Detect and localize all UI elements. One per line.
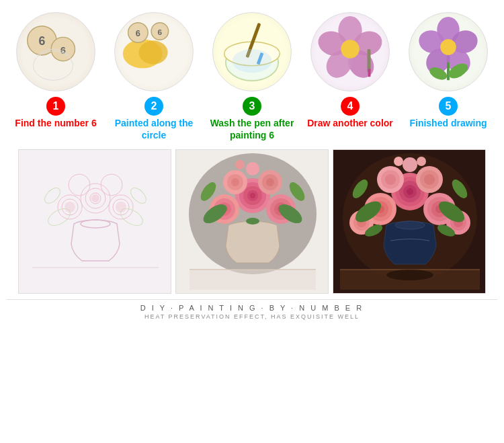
step-2-text: Painted along the circle (111, 117, 197, 141)
paintings-row (7, 149, 497, 294)
step-3-num-circle: 3 (243, 97, 261, 116)
svg-rect-83 (190, 270, 316, 290)
step-1-label: 1 Find the number 6 (13, 97, 99, 141)
svg-text:6: 6 (38, 34, 45, 48)
step-2-label: 2 Painted along the circle (111, 97, 197, 141)
svg-point-75 (246, 162, 259, 175)
svg-point-123 (386, 270, 433, 280)
circles-row: 6 6 6 6 (13, 12, 491, 91)
step-5-item (405, 12, 491, 91)
step-3-label: 3 Wash the pen after painting 6 (209, 97, 295, 141)
step-1-num-circle: 1 (46, 97, 65, 116)
footer-bar: D I Y · P A I N T I N G · B Y · N U M B … (7, 299, 497, 325)
step-2-item: 6 6 (111, 12, 197, 91)
svg-rect-25 (368, 69, 371, 77)
svg-rect-35 (19, 150, 171, 294)
step-3-number: 3 (243, 97, 261, 116)
steps-section: 6 6 6 6 (0, 0, 504, 149)
step-3-circle (212, 12, 292, 91)
step-labels-row: 1 Find the number 6 2 Painted along the … (13, 97, 491, 141)
step-1-number: 1 (46, 97, 65, 116)
svg-point-17 (233, 49, 272, 73)
svg-point-91 (407, 188, 413, 195)
svg-point-102 (385, 174, 396, 185)
svg-point-51 (91, 194, 99, 202)
finished-painting (333, 149, 486, 294)
svg-point-114 (417, 157, 426, 166)
step-2-num-circle: 2 (144, 97, 163, 116)
step-4-number: 4 (341, 97, 360, 116)
svg-point-71 (231, 178, 239, 186)
svg-point-81 (246, 218, 259, 225)
step-2-circle: 6 6 (114, 12, 194, 91)
svg-rect-24 (368, 49, 371, 72)
svg-point-105 (424, 174, 435, 185)
svg-point-112 (403, 157, 417, 172)
svg-point-86 (395, 221, 425, 229)
step-4-label: 4 Draw another color (307, 97, 393, 141)
svg-point-23 (341, 40, 360, 58)
step-4-num-circle: 4 (341, 97, 360, 116)
footer-line2: HEAT PRESERVATION EFFECT, HAS EXQUISITE … (144, 313, 360, 320)
step-1-item: 6 6 (13, 12, 99, 91)
svg-point-76 (235, 160, 245, 169)
svg-point-113 (394, 157, 403, 166)
svg-point-6 (138, 40, 167, 64)
step-5-num-circle: 5 (439, 97, 458, 116)
step-3-item (209, 12, 295, 91)
svg-point-74 (266, 178, 274, 186)
sketch-painting (18, 149, 171, 294)
step-4-circle (310, 12, 390, 91)
svg-point-31 (440, 39, 456, 55)
step-5-number: 5 (439, 97, 458, 116)
svg-point-60 (250, 193, 255, 198)
step-4-item (307, 12, 393, 91)
step-4-text: Draw another color (307, 117, 393, 129)
step-5-circle (409, 12, 488, 91)
step-1-text: Find the number 6 (15, 117, 96, 129)
step-5-label: 5 Finished drawing (405, 97, 491, 141)
svg-text:6: 6 (136, 28, 140, 38)
svg-point-53 (116, 202, 126, 212)
footer-line1: D I Y · P A I N T I N G · B Y · N U M B … (140, 304, 364, 312)
step-5-text: Finished drawing (409, 117, 487, 129)
bottom-section: D I Y · P A I N T I N G · B Y · N U M B … (0, 149, 504, 325)
partial-painting (175, 149, 329, 294)
step-2-number: 2 (144, 97, 163, 116)
svg-text:6: 6 (158, 28, 163, 36)
step-1-circle: 6 6 (16, 12, 95, 91)
svg-point-52 (65, 202, 75, 212)
step-3-text: Wash the pen after painting 6 (209, 117, 295, 141)
